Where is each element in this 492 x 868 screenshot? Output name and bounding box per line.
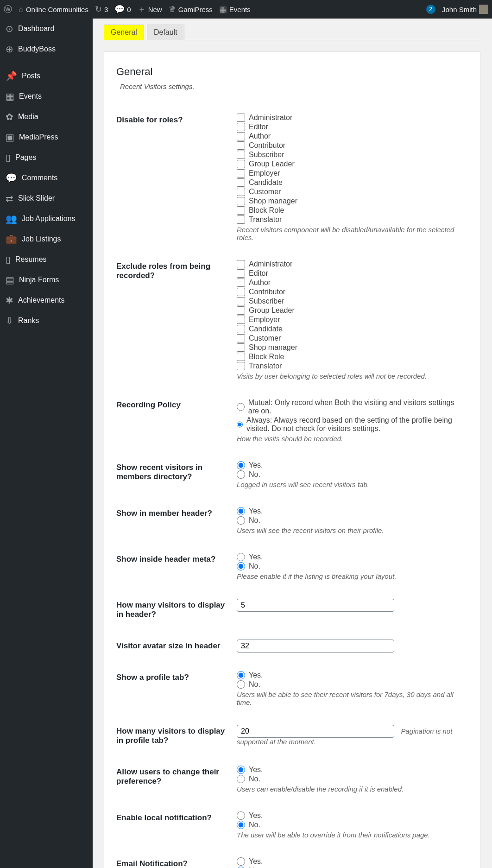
tab-general[interactable]: General: [104, 25, 144, 40]
sidebar-item-posts[interactable]: 📌Posts: [0, 66, 93, 86]
radio-input[interactable]: [237, 403, 245, 411]
radio-input[interactable]: [237, 775, 245, 783]
checkbox-input[interactable]: [237, 362, 245, 370]
role-checkbox[interactable]: Translator: [237, 362, 464, 370]
radio-input[interactable]: [237, 461, 245, 469]
role-checkbox[interactable]: Author: [237, 132, 464, 140]
visitors-tab-count-input[interactable]: [237, 725, 394, 738]
checkbox-input[interactable]: [237, 260, 245, 268]
sidebar-item-resumes[interactable]: ▯Resumes: [0, 249, 93, 270]
radio-no[interactable]: No.: [237, 680, 464, 689]
checkbox-input[interactable]: [237, 188, 245, 196]
role-checkbox[interactable]: Subscriber: [237, 297, 464, 305]
user-menu[interactable]: John Smith: [442, 5, 488, 14]
role-checkbox[interactable]: Customer: [237, 334, 464, 342]
radio-input[interactable]: [237, 766, 245, 774]
radio-input[interactable]: [237, 507, 245, 515]
checkbox-input[interactable]: [237, 160, 245, 168]
role-checkbox[interactable]: Translator: [237, 215, 464, 224]
sidebar-item-buddyboss[interactable]: ⊕BuddyBoss: [0, 39, 93, 59]
radio-input[interactable]: [237, 821, 245, 829]
sidebar-item-joblistings[interactable]: 💼Job Listings: [0, 229, 93, 249]
checkbox-input[interactable]: [237, 269, 245, 278]
radio-input[interactable]: [237, 680, 245, 689]
role-checkbox[interactable]: Administrator: [237, 260, 464, 268]
role-checkbox[interactable]: Group Leader: [237, 306, 464, 315]
events-link[interactable]: ▦Events: [219, 4, 251, 14]
checkbox-input[interactable]: [237, 334, 245, 342]
tab-default[interactable]: Default: [147, 25, 184, 40]
radio-input[interactable]: [237, 516, 245, 525]
role-checkbox[interactable]: Author: [237, 279, 464, 287]
radio-input[interactable]: [237, 420, 243, 429]
checkbox-input[interactable]: [237, 288, 245, 296]
role-checkbox[interactable]: Group Leader: [237, 160, 464, 168]
radio-yes[interactable]: Yes.: [237, 461, 464, 469]
radio-input[interactable]: [237, 857, 245, 866]
sidebar-item-ranks[interactable]: ⇩Ranks: [0, 310, 93, 331]
radio-no[interactable]: No.: [237, 562, 464, 570]
radio-input[interactable]: [237, 811, 245, 820]
radio-policy-mutual[interactable]: Mutual: Only record when Both the visiti…: [237, 399, 464, 415]
radio-no[interactable]: No.: [237, 470, 464, 479]
sidebar-item-media[interactable]: ✿Media: [0, 107, 93, 127]
checkbox-input[interactable]: [237, 141, 245, 150]
checkbox-input[interactable]: [237, 132, 245, 140]
checkbox-input[interactable]: [237, 215, 245, 224]
radio-input[interactable]: [237, 553, 245, 561]
role-checkbox[interactable]: Contributor: [237, 288, 464, 296]
sidebar-item-comments[interactable]: 💬Comments: [0, 168, 93, 188]
role-checkbox[interactable]: Editor: [237, 269, 464, 278]
checkbox-input[interactable]: [237, 325, 245, 333]
role-checkbox[interactable]: Shop manager: [237, 343, 464, 352]
role-checkbox[interactable]: Employer: [237, 316, 464, 324]
sidebar-item-achievements[interactable]: ✱Achievements: [0, 290, 93, 310]
checkbox-input[interactable]: [237, 279, 245, 287]
radio-input[interactable]: [237, 470, 245, 479]
radio-no[interactable]: No.: [237, 516, 464, 525]
checkbox-input[interactable]: [237, 206, 245, 215]
role-checkbox[interactable]: Employer: [237, 169, 464, 177]
sidebar-item-pages[interactable]: ▯Pages: [0, 147, 93, 168]
role-checkbox[interactable]: Candidate: [237, 325, 464, 333]
radio-no[interactable]: No.: [237, 775, 464, 783]
radio-policy-always[interactable]: Always: Always record based on the setti…: [237, 416, 464, 433]
radio-yes[interactable]: Yes.: [237, 811, 464, 820]
sidebar-item-mediapress[interactable]: ▣MediaPress: [0, 127, 93, 147]
role-checkbox[interactable]: Subscriber: [237, 151, 464, 159]
radio-input[interactable]: [237, 671, 245, 679]
checkbox-input[interactable]: [237, 297, 245, 305]
radio-no[interactable]: No.: [237, 821, 464, 829]
sidebar-item-dashboard[interactable]: ⊙Dashboard: [0, 19, 93, 39]
sidebar-item-slickslider[interactable]: ⇄Slick Slider: [0, 188, 93, 209]
role-checkbox[interactable]: Administrator: [237, 114, 464, 122]
checkbox-input[interactable]: [237, 306, 245, 315]
gamipress-link[interactable]: ♛GamiPress: [169, 4, 213, 14]
role-checkbox[interactable]: Contributor: [237, 141, 464, 150]
radio-yes[interactable]: Yes.: [237, 507, 464, 515]
visitors-header-count-input[interactable]: [237, 599, 394, 612]
avatar-size-input[interactable]: [237, 640, 394, 653]
radio-input[interactable]: [237, 562, 245, 570]
radio-yes[interactable]: Yes.: [237, 671, 464, 679]
sidebar-item-ninjaforms[interactable]: ▤Ninja Forms: [0, 270, 93, 290]
role-checkbox[interactable]: Block Role: [237, 206, 464, 215]
checkbox-input[interactable]: [237, 123, 245, 131]
checkbox-input[interactable]: [237, 343, 245, 352]
checkbox-input[interactable]: [237, 151, 245, 159]
updates-link[interactable]: ↻3: [95, 4, 108, 14]
sidebar-item-jobapps[interactable]: 👥Job Applications: [0, 209, 93, 229]
radio-yes[interactable]: Yes.: [237, 553, 464, 561]
radio-yes[interactable]: Yes.: [237, 857, 464, 866]
role-checkbox[interactable]: Block Role: [237, 353, 464, 361]
comments-link[interactable]: 💬0: [114, 4, 131, 14]
new-link[interactable]: ＋New: [138, 4, 162, 15]
role-checkbox[interactable]: Customer: [237, 188, 464, 196]
checkbox-input[interactable]: [237, 353, 245, 361]
site-link[interactable]: ⌂Online Communities: [19, 5, 88, 14]
role-checkbox[interactable]: Shop manager: [237, 197, 464, 205]
checkbox-input[interactable]: [237, 178, 245, 187]
role-checkbox[interactable]: Candidate: [237, 178, 464, 187]
checkbox-input[interactable]: [237, 114, 245, 122]
checkbox-input[interactable]: [237, 197, 245, 205]
